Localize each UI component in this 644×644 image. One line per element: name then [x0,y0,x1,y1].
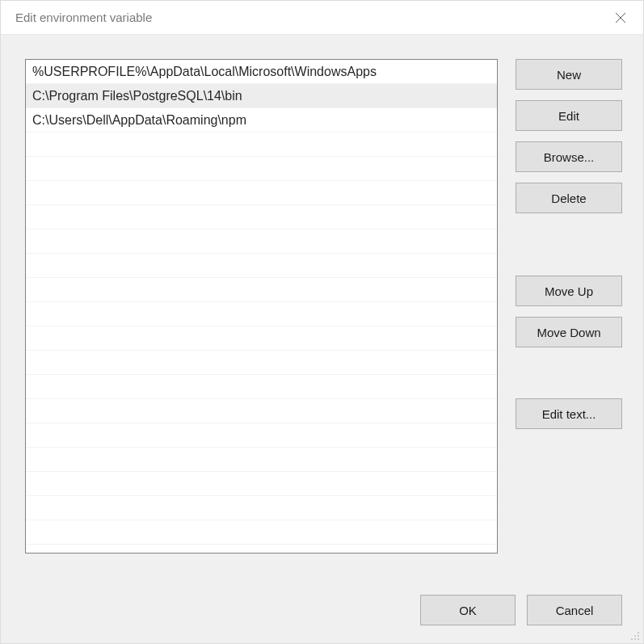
move-up-button[interactable]: Move Up [516,276,622,306]
svg-point-2 [638,632,639,633]
path-entry [26,254,497,278]
path-entry [26,157,497,181]
path-entry [26,133,497,157]
footer-row: OK Cancel [25,595,622,625]
path-entry[interactable]: %USERPROFILE%\AppData\Local\Microsoft\Wi… [26,60,497,84]
side-buttons: New Edit Browse... Delete Move Up Move D… [516,59,622,577]
path-entry [26,302,497,326]
new-button[interactable]: New [516,59,622,90]
path-entry [26,326,497,351]
spacer [516,224,622,276]
svg-point-6 [634,638,636,640]
main-row: %USERPROFILE%\AppData\Local\Microsoft\Wi… [25,59,622,577]
spacer [516,358,622,398]
path-entry [26,375,497,399]
content-pane: %USERPROFILE%\AppData\Local\Microsoft\Wi… [1,35,643,643]
close-button[interactable] [598,1,643,35]
path-entry [26,520,497,545]
close-icon [615,12,626,23]
delete-button[interactable]: Delete [516,183,622,213]
path-entry [26,399,497,423]
move-down-button[interactable]: Move Down [516,317,622,347]
titlebar: Edit environment variable [1,1,643,35]
edit-env-var-dialog: Edit environment variable %USERPROFILE%\… [0,0,644,644]
path-entry [26,472,497,496]
path-entry [26,496,497,520]
path-entry [26,278,497,302]
edit-button[interactable]: Edit [516,100,622,131]
dialog-title: Edit environment variable [15,11,152,24]
cancel-button[interactable]: Cancel [527,595,622,625]
path-entry [26,351,497,375]
svg-point-3 [634,635,636,637]
path-entry [26,423,497,448]
path-entry [26,181,497,205]
svg-point-5 [631,638,633,640]
path-entry [26,229,497,254]
path-entry[interactable]: C:\Users\Dell\AppData\Roaming\npm [26,108,497,133]
svg-point-4 [638,635,639,637]
path-listbox[interactable]: %USERPROFILE%\AppData\Local\Microsoft\Wi… [25,59,498,554]
ok-button[interactable]: OK [420,595,516,625]
browse-button[interactable]: Browse... [516,141,622,172]
resize-grip-icon[interactable] [629,629,640,641]
edit-text-button[interactable]: Edit text... [516,398,622,429]
path-entry [26,448,497,472]
path-entry[interactable]: C:\Program Files\PostgreSQL\14\bin [26,84,497,108]
path-entry [26,205,497,229]
svg-point-7 [638,638,639,640]
